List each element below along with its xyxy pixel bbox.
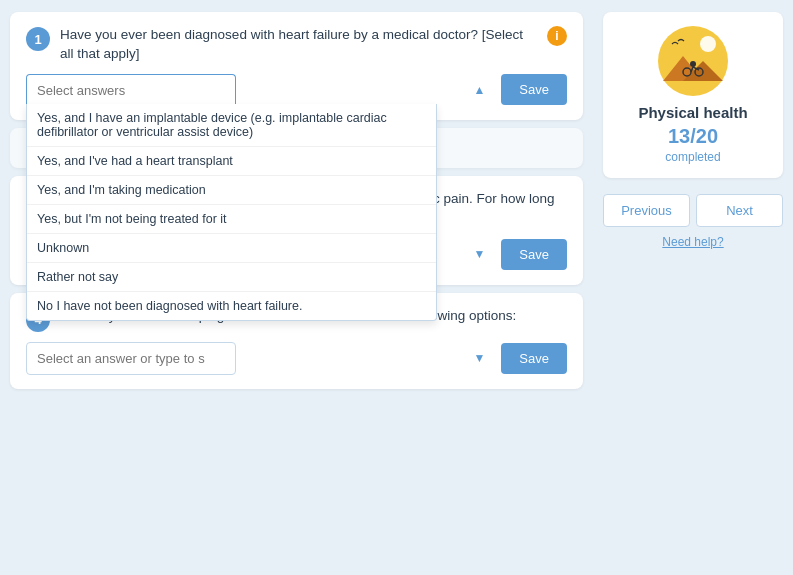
nav-buttons: Previous Next <box>603 194 783 227</box>
question-text-1: Have you ever been diagnosed with heart … <box>60 26 537 64</box>
sidebar-title: Physical health <box>638 104 747 121</box>
select-row-4: ▼ Save <box>26 342 567 375</box>
sidebar-illustration <box>658 26 728 96</box>
save-button-4[interactable]: Save <box>501 343 567 374</box>
select-wrapper-4: ▼ <box>26 342 493 375</box>
select-input-4[interactable] <box>26 342 236 375</box>
sidebar-progress: 13/20 <box>668 125 718 148</box>
chevron-down-icon-4: ▼ <box>473 351 485 365</box>
dropdown-item-1-3[interactable]: Yes, but I'm not being treated for it <box>27 205 436 234</box>
sidebar-completed: completed <box>665 150 720 164</box>
sidebar: Physical health 13/20 completed Previous… <box>593 0 793 575</box>
next-button[interactable]: Next <box>696 194 783 227</box>
dropdown-item-1-5[interactable]: Rather not say <box>27 263 436 292</box>
chevron-up-icon-1: ▲ <box>473 83 485 97</box>
dropdown-item-1-2[interactable]: Yes, and I'm taking medication <box>27 176 436 205</box>
select-input-1[interactable] <box>26 74 236 106</box>
dropdown-item-1-4[interactable]: Unknown <box>27 234 436 263</box>
question-number-1: 1 <box>26 27 50 51</box>
prev-button[interactable]: Previous <box>603 194 690 227</box>
select-row-1: ▲ Yes, and I have an implantable device … <box>26 74 567 106</box>
main-content: 1 Have you ever been diagnosed with hear… <box>0 0 593 575</box>
dropdown-item-1-0[interactable]: Yes, and I have an implantable device (e… <box>27 104 436 147</box>
select-wrapper-1: ▲ Yes, and I have an implantable device … <box>26 74 493 106</box>
info-icon-1[interactable]: i <box>547 26 567 46</box>
need-help-link[interactable]: Need help? <box>662 235 723 249</box>
svg-point-3 <box>700 36 716 52</box>
save-button-3[interactable]: Save <box>501 239 567 270</box>
question-card-1: 1 Have you ever been diagnosed with hear… <box>10 12 583 120</box>
dropdown-item-1-6[interactable]: No I have not been diagnosed with heart … <box>27 292 436 320</box>
sidebar-card: Physical health 13/20 completed <box>603 12 783 178</box>
save-button-1[interactable]: Save <box>501 74 567 105</box>
chevron-down-icon-3: ▼ <box>473 247 485 261</box>
dropdown-menu-1: Yes, and I have an implantable device (e… <box>26 104 437 321</box>
question-header-1: 1 Have you ever been diagnosed with hear… <box>26 26 567 64</box>
dropdown-item-1-1[interactable]: Yes, and I've had a heart transplant <box>27 147 436 176</box>
